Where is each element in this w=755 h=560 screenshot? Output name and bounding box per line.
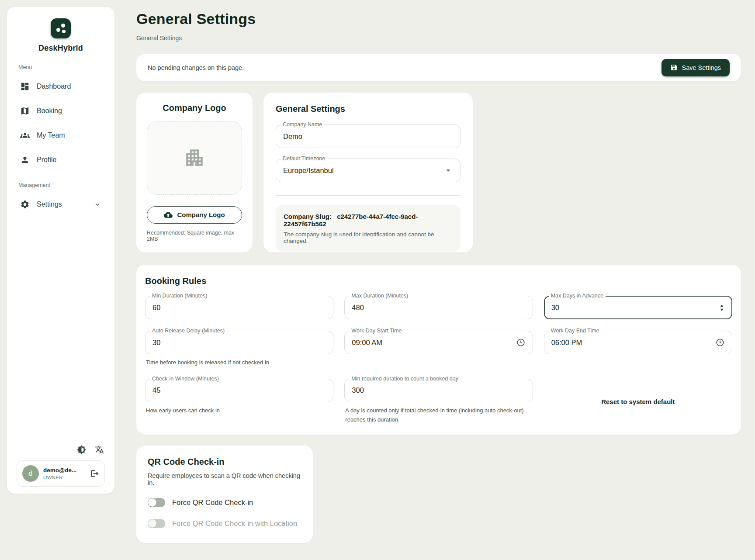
max-duration-label: Max Duration (Minutes) — [349, 292, 410, 299]
pending-message: No pending changes on this page. — [148, 64, 244, 71]
auto-release-delay-input[interactable] — [152, 339, 326, 347]
avatar: d — [22, 465, 39, 482]
timezone-select[interactable]: Europe/Istanbul — [276, 159, 461, 182]
company-name-field: Company Name — [276, 124, 461, 148]
work-day-end-input[interactable] — [551, 339, 715, 347]
main-content: General Settings General Settings No pen… — [136, 10, 741, 543]
min-duration-cell: Min Duration (Minutes) — [145, 296, 333, 319]
company-slug-box: Company Slug: c24277be-44a7-4fcc-9acd-22… — [276, 205, 461, 252]
min-duration-input[interactable] — [152, 304, 326, 312]
user-email: demo@de... — [43, 467, 86, 474]
spinner-up-icon[interactable] — [719, 304, 725, 308]
qr-card-description: Require employees to scan a QR code when… — [148, 472, 301, 486]
work-start-cell: Work Day Start Time — [344, 331, 533, 367]
upload-button-label: Company Logo — [177, 211, 225, 218]
management-section-label: Management — [18, 182, 103, 188]
page-title: General Settings — [136, 10, 741, 28]
checkin-window-input[interactable] — [152, 386, 326, 394]
work-day-start-input[interactable] — [352, 339, 516, 347]
max-duration-cell: Max Duration (Minutes) — [344, 296, 533, 319]
general-settings-card-title: General Settings — [276, 104, 461, 114]
logo-dropzone[interactable] — [147, 121, 242, 195]
logout-icon[interactable] — [90, 469, 99, 478]
min-duration-label: Min Duration (Minutes) — [150, 292, 209, 299]
user-role-badge: OWNER — [43, 475, 86, 480]
sidebar-item-label: My Team — [37, 131, 65, 139]
force-qr-location-toggle — [148, 519, 165, 528]
force-qr-checkin-toggle[interactable] — [148, 498, 165, 507]
force-qr-checkin-row: Force QR Code Check-in — [148, 498, 301, 507]
menu-section-label: Menu — [18, 64, 103, 70]
reset-cell: Reset to system default — [544, 379, 732, 425]
min-required-duration-field: Min required duration to count a booked … — [344, 379, 533, 402]
brand-name: DeskHybrid — [38, 44, 83, 53]
min-required-helper-text: A day is counted only if total checked-i… — [345, 406, 532, 425]
booking-rules-card: Booking Rules Min Duration (Minutes) Max… — [136, 265, 741, 435]
sidebar-item-label: Dashboard — [37, 83, 71, 90]
default-timezone-label: Default Timezone — [281, 155, 327, 162]
spinner-down-icon[interactable] — [719, 308, 725, 311]
max-days-in-advance-label: Max Days in Advance — [549, 292, 606, 299]
sidebar-item-dashboard[interactable]: Dashboard — [17, 76, 105, 97]
user-card[interactable]: d demo@de... OWNER — [17, 460, 105, 487]
min-required-duration-label: Min required duration to count a booked … — [349, 375, 461, 382]
work-day-start-label: Work Day Start Time — [349, 327, 404, 334]
force-qr-location-label: Force QR Code Check-in with Location — [172, 519, 297, 528]
work-end-cell: Work Day End Time — [544, 331, 732, 367]
checkin-window-cell: Check-in Window (Minutes) How early user… — [145, 379, 333, 425]
company-logo-card: Company Logo Company Logo Recommended: S… — [136, 93, 253, 252]
company-slug-note: The company slug is used for identificat… — [284, 231, 453, 244]
booking-rules-title: Booking Rules — [145, 276, 732, 286]
qr-code-checkin-card: QR Code Check-in Require employees to sc… — [136, 446, 313, 543]
people-group-icon — [20, 131, 30, 140]
max-duration-field: Max Duration (Minutes) — [344, 296, 533, 319]
sidebar: DeskHybrid Menu Dashboard Booking My Tea… — [7, 7, 114, 494]
number-spinner[interactable] — [719, 304, 725, 311]
save-floppy-icon — [670, 64, 678, 71]
breadcrumb: General Settings — [136, 35, 741, 41]
general-settings-card: General Settings Company Name Default Ti… — [263, 93, 473, 252]
auto-release-helper-text: Time before booking is released if not c… — [146, 358, 332, 367]
timezone-selected-value: Europe/Istanbul — [283, 166, 443, 175]
brand: DeskHybrid — [17, 18, 105, 53]
sidebar-item-booking[interactable]: Booking — [17, 100, 105, 122]
dropdown-arrow-icon — [443, 166, 453, 175]
company-logo-card-title: Company Logo — [163, 103, 226, 113]
checkin-window-helper-text: How early users can check in — [146, 406, 332, 415]
clock-icon[interactable] — [516, 338, 526, 347]
min-required-duration-input[interactable] — [352, 386, 525, 394]
chevron-down-icon — [94, 200, 101, 208]
company-name-input[interactable] — [283, 132, 453, 141]
default-timezone-field: Default Timezone Europe/Istanbul — [276, 159, 461, 182]
upload-company-logo-button[interactable]: Company Logo — [147, 206, 242, 224]
sidebar-item-label: Profile — [37, 156, 56, 164]
sidebar-item-settings[interactable]: Settings — [17, 194, 105, 215]
sidebar-item-label: Booking — [37, 107, 62, 115]
work-day-start-field: Work Day Start Time — [344, 331, 533, 354]
sidebar-tools — [17, 445, 105, 460]
save-settings-button[interactable]: Save Settings — [661, 59, 730, 76]
checkin-window-field: Check-in Window (Minutes) — [145, 379, 333, 402]
gear-icon — [20, 200, 30, 209]
user-meta: demo@de... OWNER — [43, 467, 86, 480]
auto-release-delay-field: Auto Release Delay (Minutes) — [145, 331, 333, 354]
max-duration-input[interactable] — [352, 304, 525, 312]
cloud-upload-icon — [164, 211, 173, 219]
clock-icon[interactable] — [715, 338, 725, 347]
force-qr-checkin-label: Force QR Code Check-in — [172, 498, 253, 507]
save-settings-label: Save Settings — [682, 64, 721, 71]
min-required-cell: Min required duration to count a booked … — [344, 379, 533, 425]
sidebar-item-my-team[interactable]: My Team — [17, 124, 105, 146]
qr-card-title: QR Code Check-in — [148, 457, 301, 467]
reset-to-default-button[interactable]: Reset to system default — [601, 398, 675, 405]
translate-icon[interactable] — [95, 445, 104, 454]
logo-upload-hint: Recommended: Square image, max 2MB — [147, 230, 242, 242]
company-slug-label: Company Slug: — [284, 213, 332, 220]
max-days-cell: Max Days in Advance — [544, 296, 732, 319]
person-icon — [20, 155, 30, 165]
theme-toggle-icon[interactable] — [77, 445, 86, 454]
max-days-in-advance-input[interactable] — [551, 304, 719, 312]
min-duration-field: Min Duration (Minutes) — [145, 296, 333, 319]
sidebar-item-profile[interactable]: Profile — [17, 149, 105, 171]
building-icon — [184, 147, 205, 169]
